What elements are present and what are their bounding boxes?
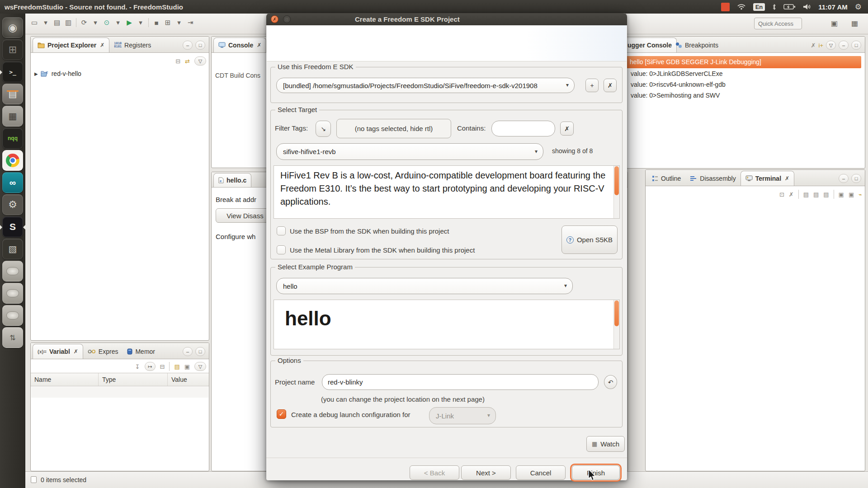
sdk-combo[interactable]: [bundled] /home/sgmustadio/Projects/Free…: [276, 78, 575, 93]
open-kb-button[interactable]: ? Open S5KB: [561, 225, 618, 254]
launcher-workspace-switcher[interactable]: ⊞: [2, 39, 23, 60]
keyboard-layout-indicator[interactable]: En: [753, 3, 765, 11]
close-tab-icon[interactable]: ✗: [785, 175, 789, 182]
example-scrollbar[interactable]: [613, 300, 619, 349]
tab-variables[interactable]: (x)= Variabl ✗: [33, 344, 83, 359]
launcher-chrome[interactable]: [2, 150, 23, 171]
collapse-all-icon[interactable]: ⊟: [160, 363, 165, 370]
launcher-calculator[interactable]: ▦: [2, 106, 23, 127]
remove-sdk-button[interactable]: ✗: [604, 79, 617, 92]
metal-checkbox[interactable]: [277, 245, 286, 254]
quick-access-input[interactable]: [754, 18, 802, 29]
show-logical-icon[interactable]: ↧: [135, 363, 140, 370]
column-type[interactable]: Type: [99, 373, 168, 386]
launcher-arduino[interactable]: ∞: [2, 172, 23, 193]
new-dropdown-icon[interactable]: ▾: [42, 19, 49, 27]
bluetooth-icon[interactable]: [772, 4, 776, 10]
session-menu-icon[interactable]: ⚙: [855, 2, 862, 12]
dialog-titlebar[interactable]: ✗ □ Create a Freedom E SDK Project: [266, 13, 627, 25]
open-terminal-icon[interactable]: ⊡: [779, 191, 784, 198]
launcher-usb-drive[interactable]: ⇅: [2, 327, 23, 348]
project-name-input[interactable]: [322, 374, 599, 390]
pin-terminal-icon[interactable]: ▤: [823, 191, 829, 198]
back-button[interactable]: < Back: [410, 465, 459, 480]
launcher-terminal[interactable]: >_: [2, 61, 23, 82]
edit-watch-icon[interactable]: ▣: [184, 363, 190, 370]
minimize-icon[interactable]: –: [183, 41, 193, 50]
column-value[interactable]: Value: [168, 373, 209, 386]
filter-tags-button[interactable]: ↘: [316, 121, 331, 137]
launcher-archive-manager[interactable]: ▤: [2, 84, 23, 104]
tab-expressions[interactable]: Expres: [83, 344, 123, 359]
save-icon[interactable]: ▤: [53, 19, 61, 27]
new-wizard-icon[interactable]: ▭: [31, 19, 38, 27]
disconnect-icon[interactable]: ✗: [789, 191, 794, 198]
paste-icon[interactable]: ▣: [849, 191, 854, 198]
tab-outline[interactable]: Outline: [647, 171, 685, 186]
new-watch-icon[interactable]: ▤: [174, 363, 179, 370]
scrollbar-thumb[interactable]: [614, 300, 619, 326]
launcher-notepadqq[interactable]: nqq: [2, 128, 23, 149]
show-columns-icon[interactable]: ↦: [145, 362, 156, 371]
link-with-editor-icon[interactable]: ⇄: [185, 58, 190, 65]
close-tab-icon[interactable]: ✗: [74, 348, 78, 355]
tree-item-red-v-hello[interactable]: ▶ C red-v-hello: [34, 70, 81, 77]
launcher-freedom-studio[interactable]: S: [2, 216, 23, 237]
launcher-system-settings[interactable]: ⚙: [2, 194, 23, 215]
launcher-ubuntu-dash[interactable]: ◉: [2, 17, 23, 38]
add-sdk-button[interactable]: +: [585, 79, 599, 92]
view-menu-icon[interactable]: ▽: [194, 56, 206, 66]
view-menu-icon[interactable]: ▽: [194, 362, 206, 371]
scroll-lock-icon[interactable]: ▤: [803, 191, 809, 198]
launcher-disk-drive-3[interactable]: [2, 305, 23, 326]
minimize-icon[interactable]: –: [839, 174, 849, 183]
tab-disassembly[interactable]: Disassembly: [685, 171, 740, 186]
launcher-video-editor[interactable]: ▧: [2, 239, 23, 259]
add-item-icon[interactable]: i+: [819, 42, 823, 49]
maximize-icon[interactable]: □: [195, 347, 205, 356]
save-all-icon[interactable]: ▥: [65, 19, 72, 27]
dialog-close-icon[interactable]: ✗: [271, 15, 278, 23]
cancel-button[interactable]: Cancel: [516, 465, 566, 480]
collapse-all-icon[interactable]: ⊟: [175, 58, 180, 65]
tab-memory[interactable]: Memor: [123, 344, 160, 359]
cpp-perspective-icon[interactable]: ▦: [851, 19, 858, 28]
debug-item[interactable]: value: 0>Semihosting and SWV: [631, 92, 720, 99]
tab-console[interactable]: Console ✗: [213, 38, 266, 52]
build-icon[interactable]: ⟳: [80, 19, 88, 27]
remove-all-icon[interactable]: ✗: [811, 42, 816, 49]
bsp-checkbox[interactable]: [277, 226, 286, 235]
run-icon[interactable]: ▶: [126, 19, 133, 27]
notification-indicator-icon[interactable]: [721, 3, 730, 11]
clear-contains-button[interactable]: ✗: [560, 122, 574, 136]
maximize-icon[interactable]: □: [195, 41, 205, 50]
column-name[interactable]: Name: [31, 373, 99, 386]
copy-icon[interactable]: ▣: [839, 191, 844, 198]
minimize-icon[interactable]: –: [839, 41, 849, 50]
debug-dropdown-icon[interactable]: ▾: [114, 19, 122, 27]
view-disassembly-button[interactable]: View Disass: [216, 208, 274, 223]
scrollbar-thumb[interactable]: [614, 166, 619, 195]
watch-button[interactable]: ▦ Watch: [586, 436, 625, 452]
minimize-icon[interactable]: –: [183, 347, 193, 356]
contains-input[interactable]: [491, 121, 555, 136]
clear-terminal-icon[interactable]: ▤: [813, 191, 819, 198]
debug-item[interactable]: value: 0>riscv64-unknown-elf-gdb: [631, 81, 726, 88]
target-combo[interactable]: sifive-hifive1-revb ▾: [276, 143, 543, 160]
stop-icon[interactable]: ■: [153, 19, 160, 27]
tab-project-explorer[interactable]: Project Explorer ✗: [33, 38, 109, 52]
tab-debugger-console[interactable]: ugger Console: [623, 38, 677, 52]
maximize-icon[interactable]: □: [851, 41, 861, 50]
new-terminal-view-icon[interactable]: ⌁: [859, 191, 862, 198]
external-tools-icon[interactable]: ⊞: [164, 19, 171, 27]
description-scrollbar[interactable]: [613, 166, 619, 218]
tab-breakpoints[interactable]: Breakpoints: [671, 38, 723, 52]
debug-perspective-icon[interactable]: ▣: [831, 19, 838, 28]
dialog-maximize-icon[interactable]: □: [283, 15, 291, 23]
clock[interactable]: 11:07 AM: [818, 3, 847, 11]
maximize-icon[interactable]: □: [851, 174, 861, 183]
build-dropdown-icon[interactable]: ▾: [92, 19, 99, 27]
view-menu-icon[interactable]: ▽: [826, 41, 836, 50]
tab-registers[interactable]: 1010 0101 Registers: [109, 38, 156, 52]
next-button[interactable]: Next >: [461, 465, 511, 480]
